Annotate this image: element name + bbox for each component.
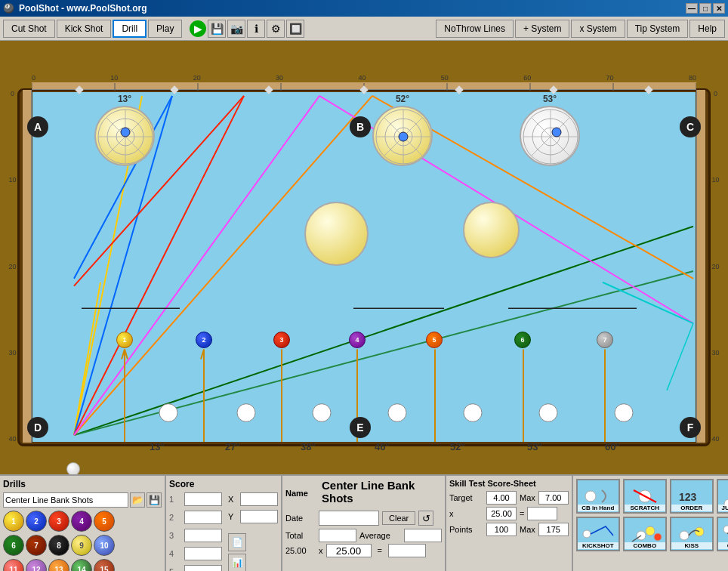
skill-x-input[interactable] (486, 507, 517, 520)
thumb-kickshot[interactable]: KICKSHOT (576, 517, 620, 551)
multiply-x-val: x (319, 546, 323, 555)
thumb-combo-label: COMBO (625, 542, 665, 549)
drill-button[interactable]: Drill (113, 20, 147, 38)
score-x-label: X (228, 495, 237, 504)
shot-section: Name Center Line BankShots Date Clear ↺ … (282, 476, 446, 571)
tip-system-button[interactable]: Tip System (627, 20, 689, 38)
score-y-row: Y (228, 510, 278, 523)
svg-line-21 (201, 350, 204, 360)
help-button[interactable]: Help (689, 20, 725, 38)
ruler-vnum-0: 0 (11, 90, 14, 97)
minimize-button[interactable]: — (686, 3, 698, 14)
drill-save-button[interactable]: 💾 (147, 492, 162, 508)
score-input-4[interactable] (184, 547, 222, 560)
score-input-1[interactable] (184, 492, 222, 506)
table-ball-7: 7 (597, 332, 613, 348)
score-input-5[interactable] (184, 565, 222, 571)
close-button[interactable]: ✕ (713, 3, 725, 14)
ball-6[interactable]: 6 (3, 535, 24, 556)
score-chart-button[interactable]: 📊 (228, 554, 246, 571)
ball-9[interactable]: 9 (71, 535, 92, 556)
skill-x-label: x (449, 509, 483, 518)
refresh-icon-button[interactable]: ↺ (418, 511, 433, 526)
table-ball-4: 4 (349, 332, 366, 348)
skill-target-row: Target Max (449, 491, 569, 505)
thumb-carom[interactable]: CAROM (717, 517, 728, 551)
camera-icon-button[interactable]: 📷 (227, 20, 245, 38)
thumb-scratch[interactable]: SCRATCH (623, 479, 667, 514)
multiply-val-input[interactable] (326, 544, 372, 557)
ball-2[interactable]: 2 (26, 511, 47, 532)
ball-8[interactable]: 8 (48, 535, 69, 556)
thumb-cb-in-hand-label: CB in Hand (578, 505, 618, 511)
drills-title: Drills (3, 479, 162, 489)
score-y-label: Y (228, 512, 237, 521)
ball-12[interactable]: 12 (26, 559, 47, 571)
multiply-row: 25.00 x = (285, 544, 442, 557)
cue-diagram-3-lines (521, 107, 580, 166)
table-ball-1: 1 (116, 332, 133, 348)
info-icon-button[interactable]: ℹ (247, 20, 265, 38)
ball-13[interactable]: 13 (48, 559, 69, 571)
x-system-button[interactable]: x System (571, 20, 625, 38)
score-input-3[interactable] (184, 529, 222, 542)
score-input-2[interactable] (184, 511, 222, 524)
thumb-kiss[interactable]: KISS (670, 517, 714, 551)
settings-icon-button[interactable]: ⚙ (267, 20, 285, 38)
total-input[interactable] (319, 529, 356, 542)
drill-open-button[interactable]: 📂 (130, 492, 145, 508)
skill-max-input[interactable] (538, 491, 569, 505)
ball-7[interactable]: 7 (26, 535, 47, 556)
skill-result-input[interactable] (527, 507, 557, 520)
ball-4[interactable]: 4 (71, 511, 92, 532)
thumb-order[interactable]: 123 ORDER (670, 479, 714, 514)
ball-3[interactable]: 3 (48, 511, 69, 532)
score-doc-button[interactable]: 📄 (228, 533, 246, 551)
clear-button[interactable]: Clear (382, 511, 415, 525)
thumb-jumpshot-label: JUMPSHOT (718, 505, 728, 511)
drill-name-input[interactable] (3, 492, 128, 508)
svg-line-19 (125, 350, 128, 360)
save-icon-button[interactable]: 💾 (208, 20, 226, 38)
corner-F: F (680, 417, 701, 438)
thumb-cb-in-hand[interactable]: CB in Hand (576, 479, 620, 514)
kick-shot-button[interactable]: Kick Shot (57, 20, 112, 38)
play-icon-button[interactable]: ▶ (190, 20, 206, 37)
svg-point-57 (552, 128, 561, 137)
thumb-jumpshot[interactable]: JUMPSHOT (717, 479, 728, 514)
score-x-input[interactable] (240, 492, 278, 506)
ruler-num-30: 30 (276, 74, 283, 82)
score-row-4: 4 (169, 547, 222, 560)
ball-1[interactable]: 1 (3, 511, 24, 532)
maximize-button[interactable]: □ (699, 3, 711, 14)
skill-points-max-input[interactable] (538, 523, 569, 536)
angle-label-1: 13° (150, 441, 165, 452)
layout-icon-button[interactable]: 🔲 (286, 20, 304, 38)
ball-15[interactable]: 15 (94, 559, 115, 571)
thumb-combo[interactable]: COMBO (623, 517, 667, 551)
cue-diagram-1: 13° (94, 94, 155, 166)
svg-point-49 (399, 132, 408, 141)
skill-target-input[interactable] (486, 491, 517, 505)
menubar: Cut Shot Kick Shot Drill Play ▶ 💾 📷 ℹ ⚙ … (0, 17, 728, 41)
skill-section: Skill Test Score-Sheet Target Max x = Po… (446, 476, 573, 571)
score-row-2: 2 (169, 511, 222, 524)
cue-diagram-3: 53° (520, 94, 580, 166)
plus-system-button[interactable]: + System (515, 20, 569, 38)
ball-10[interactable]: 10 (94, 535, 115, 556)
skill-points-max-label: Max (520, 525, 535, 534)
average-input[interactable] (404, 529, 442, 542)
score-y-input[interactable] (240, 510, 278, 523)
shot-date-input[interactable] (319, 511, 379, 526)
ball-5[interactable]: 5 (94, 511, 115, 532)
cut-shot-button[interactable]: Cut Shot (3, 20, 55, 38)
skill-points-input[interactable] (486, 523, 517, 536)
titlebar-controls: — □ ✕ (686, 3, 725, 14)
play-button[interactable]: Play (148, 20, 182, 38)
ball-14[interactable]: 14 (71, 559, 92, 571)
app-icon: 🎱 (3, 3, 14, 14)
score-num-4: 4 (169, 549, 181, 558)
nothrow-lines-button[interactable]: NoThrow Lines (436, 20, 514, 38)
result-input[interactable] (388, 544, 426, 557)
ball-11[interactable]: 11 (3, 559, 24, 571)
